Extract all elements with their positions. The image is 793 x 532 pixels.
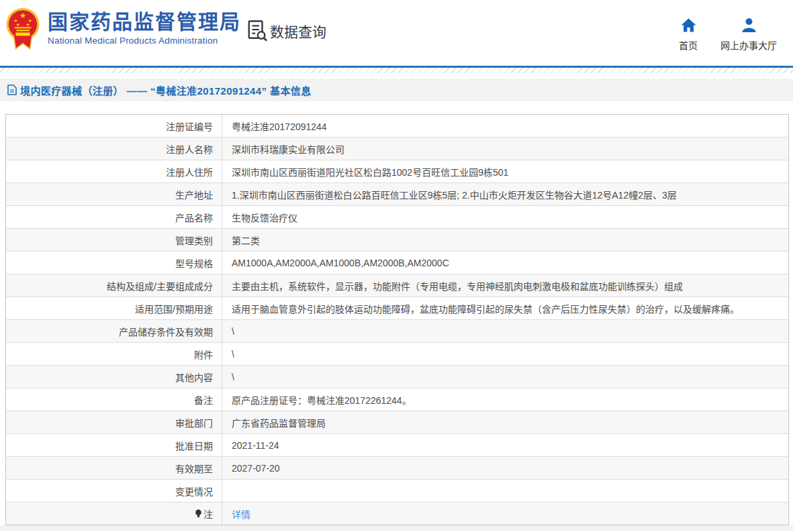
table-row: 生产地址 1.深圳市南山区西丽街道松白公路百旺信工业区9栋5层; 2.中山市火炬…	[6, 183, 788, 206]
table-row: 有效期至 2027-07-20	[6, 457, 788, 480]
table-row: 产品名称 生物反馈治疗仪	[6, 206, 788, 229]
row-label-text: 产品储存条件及有效期	[119, 325, 213, 338]
document-search-icon	[247, 19, 267, 42]
row-value: 原产品注册证号：粤械注准20172261244。	[222, 388, 788, 411]
nav-home-label: 首页	[679, 38, 698, 52]
row-label: 批准日期	[6, 434, 222, 456]
hatch-band	[0, 68, 793, 73]
table-row: 附件 \	[6, 343, 788, 366]
table-row: 结构及组成/主要组成成分 主要由主机，系统软件，显示器，功能附件（专用电缆，专用…	[6, 274, 788, 297]
row-label-text: 结构及组成/主要组成成分	[107, 279, 213, 292]
row-label-text: 生产地址	[175, 188, 213, 201]
person-icon	[741, 18, 757, 32]
row-label-text: 适用范围/预期用途	[135, 302, 213, 315]
row-value: \	[222, 343, 788, 365]
row-label-text: 变更情况	[175, 484, 213, 498]
nav-home[interactable]: 首页	[679, 18, 698, 52]
table-row: 型号规格 AM1000A,AM2000A,AM1000B,AM2000B,AM2…	[6, 252, 788, 274]
row-label: 结构及组成/主要组成成分	[6, 274, 222, 297]
row-label-text: 有效期至	[175, 462, 213, 475]
row-value: 生物反馈治疗仪	[222, 206, 788, 228]
row-label: 产品储存条件及有效期	[6, 320, 222, 342]
svg-text:★: ★	[19, 11, 26, 19]
row-value: 1.深圳市南山区西丽街道松白公路百旺信工业区9栋5层; 2.中山市火炬开发区生物…	[222, 183, 788, 205]
table-row: 适用范围/预期用途 适用于脑血管意外引起的肢体运动功能障碍，盆底功能障碍引起的尿…	[6, 297, 788, 320]
row-label: 生产地址	[6, 183, 222, 205]
row-label: 审批部门	[6, 411, 222, 433]
table-row: 注册人名称 深圳市科瑞康实业有限公司	[6, 138, 788, 160]
table-row: 注 详情	[6, 502, 788, 525]
footer-strip	[0, 525, 793, 531]
brand-text: 国家药品监督管理局 National Medical Products Admi…	[48, 11, 241, 46]
page-title-bar: 境内医疗器械（注册） —— “粤械注准20172091244” 基本信息	[0, 78, 793, 101]
details-link[interactable]: 详情	[232, 507, 250, 521]
row-value: 详情	[222, 502, 788, 525]
row-value: 深圳市科瑞康实业有限公司	[222, 138, 788, 160]
svg-text:★: ★	[26, 22, 30, 27]
nav-online-hall-label: 网上办事大厅	[720, 38, 777, 52]
row-value: AM1000A,AM2000A,AM1000B,AM2000B,AM2000C	[222, 252, 788, 274]
table-row: 批准日期 2021-11-24	[6, 434, 788, 457]
row-value: 粤械注准20172091244	[222, 115, 788, 137]
top-nav: 首页 网上办事大厅	[679, 18, 777, 52]
row-value: \	[222, 366, 788, 388]
row-label: 附件	[6, 343, 222, 365]
site-title: 国家药品监督管理局	[48, 11, 241, 34]
bulb-icon	[195, 509, 202, 519]
table-row: 注册证编号 粤械注准20172091244	[6, 115, 788, 138]
site-header: ★ ★ ★ ★ ★ 国家药品监督管理局 National Medical Pro…	[0, 0, 793, 66]
page-title: 境内医疗器械（注册） —— “粤械注准20172091244” 基本信息	[20, 83, 312, 97]
brand[interactable]: ★ ★ ★ ★ ★ 国家药品监督管理局 National Medical Pro…	[5, 6, 241, 50]
table-row: 注册人住所 深圳市南山区西丽街道阳光社区松白路1002号百旺信工业园9栋501	[6, 160, 788, 183]
table-row: 管理类别 第二类	[6, 229, 788, 252]
row-label: 注	[6, 502, 222, 525]
site-subtitle: National Medical Products Administration	[48, 36, 241, 46]
table-row: 备注 原产品注册证号：粤械注准20172261244。	[6, 388, 788, 411]
row-label: 注册证编号	[6, 115, 222, 137]
row-label-text: 管理类别	[175, 233, 213, 247]
svg-text:★: ★	[16, 22, 20, 27]
row-label: 变更情况	[6, 480, 222, 502]
row-value: 深圳市南山区西丽街道阳光社区松白路1002号百旺信工业园9栋501	[222, 160, 788, 182]
row-label: 注册人住所	[6, 160, 222, 182]
row-label: 产品名称	[6, 206, 222, 228]
row-label: 其他内容	[6, 366, 222, 388]
info-table: 注册证编号 粤械注准20172091244 注册人名称 深圳市科瑞康实业有限公司…	[5, 114, 789, 525]
row-label-text: 备注	[194, 393, 213, 407]
row-label: 适用范围/预期用途	[6, 297, 222, 319]
table-row: 变更情况	[6, 480, 788, 502]
row-label-text: 注册人住所	[166, 165, 213, 178]
row-label: 管理类别	[6, 229, 222, 251]
row-label-text: 注	[203, 507, 213, 521]
table-row: 产品储存条件及有效期 \	[6, 320, 788, 343]
row-label-text: 产品名称	[175, 211, 213, 224]
table-row: 审批部门 广东省药品监督管理局	[6, 411, 788, 434]
row-value: 第二类	[222, 229, 788, 251]
row-label: 有效期至	[6, 457, 222, 479]
data-query-section[interactable]: 数据查询	[247, 19, 326, 42]
document-icon	[7, 85, 17, 95]
national-emblem-logo: ★ ★ ★ ★ ★	[5, 6, 40, 50]
home-icon	[681, 18, 696, 32]
row-value: \	[222, 320, 788, 342]
row-label-text: 其他内容	[175, 370, 213, 384]
row-label-text: 注册证编号	[166, 119, 213, 133]
row-label-text: 附件	[194, 348, 213, 361]
row-label: 备注	[6, 388, 222, 411]
row-value	[222, 480, 788, 502]
table-row: 其他内容 \	[6, 366, 788, 388]
row-label-text: 批准日期	[175, 439, 213, 452]
row-value: 广东省药品监督管理局	[222, 411, 788, 433]
row-value: 适用于脑血管意外引起的肢体运动功能障碍，盆底功能障碍引起的尿失禁（含产后压力性尿…	[222, 297, 788, 319]
data-query-label: 数据查询	[270, 21, 326, 41]
row-label-text: 注册人名称	[166, 142, 213, 156]
row-label-text: 审批部门	[175, 416, 213, 429]
row-value: 2027-07-20	[222, 457, 788, 479]
nav-online-hall[interactable]: 网上办事大厅	[720, 18, 777, 52]
row-value: 主要由主机，系统软件，显示器，功能附件（专用电缆，专用神经肌肉电刺激电极和盆底功…	[222, 274, 788, 297]
row-label: 型号规格	[6, 252, 222, 274]
row-value: 2021-11-24	[222, 434, 788, 456]
row-label-text: 型号规格	[175, 256, 213, 270]
row-label: 注册人名称	[6, 138, 222, 160]
